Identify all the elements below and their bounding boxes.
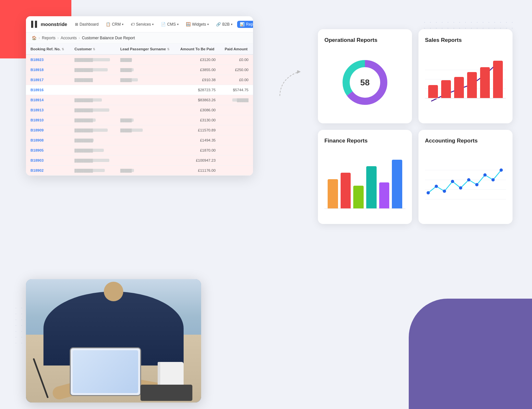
b2b-icon: 🔗 bbox=[216, 22, 221, 27]
finance-chart-container bbox=[324, 148, 405, 218]
nav-item-crm[interactable]: 📋 CRM ▾ bbox=[103, 21, 126, 28]
col-paid[interactable]: Paid Amount bbox=[220, 44, 253, 55]
photo-keyboard bbox=[140, 385, 192, 401]
booking-ref-cell[interactable]: B18909 bbox=[26, 125, 70, 135]
finance-bar-1 bbox=[328, 179, 338, 208]
col-amount[interactable]: Amount To Be Paid bbox=[176, 44, 220, 55]
donut-container: 58 bbox=[339, 56, 391, 108]
nav-item-b2b[interactable]: 🔗 B2B ▾ bbox=[213, 21, 235, 28]
photo-person-head bbox=[104, 282, 123, 301]
nav-item-services[interactable]: 🏷 Services ▾ bbox=[128, 21, 156, 28]
customer-cell: ████████ bbox=[70, 166, 116, 176]
sales-title: Sales Reports bbox=[425, 37, 506, 43]
svg-point-21 bbox=[483, 173, 487, 177]
svg-point-18 bbox=[459, 186, 462, 190]
paid-cell bbox=[220, 145, 253, 155]
customer-cell: ████████ bbox=[70, 145, 116, 155]
paid-cell bbox=[220, 105, 253, 115]
finance-bar-5 bbox=[379, 182, 390, 208]
sales-chart-container bbox=[425, 47, 506, 118]
col-passenger[interactable]: Lead Passenger Surname ⇅ bbox=[116, 44, 176, 55]
booking-ref-cell[interactable]: B18903 bbox=[26, 155, 70, 166]
services-icon: 🏷 bbox=[131, 22, 135, 27]
booking-ref-cell[interactable]: B18910 bbox=[26, 115, 70, 125]
sort-icon: ⇅ bbox=[62, 48, 64, 51]
reports-icon: 📊 bbox=[240, 22, 245, 27]
data-table-wrapper: Booking Ref. No. ⇅ Customer ⇅ Lead Passe… bbox=[26, 44, 253, 176]
accounting-chart-container bbox=[425, 148, 506, 218]
col-booking-ref[interactable]: Booking Ref. No. ⇅ bbox=[26, 44, 70, 55]
passenger-cell bbox=[116, 105, 176, 115]
booking-ref-cell[interactable]: B18905 bbox=[26, 145, 70, 155]
table-row: B18909█████████████£11570.89 bbox=[26, 125, 253, 135]
finance-reports-card: Finance Reports bbox=[318, 130, 412, 224]
svg-point-17 bbox=[451, 180, 454, 183]
finance-chart bbox=[324, 157, 405, 209]
customer-cell: ████████ bbox=[70, 65, 116, 75]
svg-point-23 bbox=[500, 168, 503, 172]
reports-grid: Operational Reports 58 Sales Reports bbox=[318, 29, 513, 224]
paid-cell: █████ bbox=[220, 95, 253, 105]
table-row: B18916$28723.75$5744.75 bbox=[26, 85, 253, 95]
accounting-title: Accounting Reports bbox=[425, 138, 506, 144]
col-customer[interactable]: Customer ⇅ bbox=[70, 44, 116, 55]
table-row: B18902█████████████£11176.00 bbox=[26, 166, 253, 176]
paid-cell: £0.00 bbox=[220, 75, 253, 85]
amount-cell: £100947.23 bbox=[176, 155, 220, 166]
home-icon[interactable]: 🏠 bbox=[32, 36, 37, 40]
svg-point-20 bbox=[475, 183, 478, 186]
booking-ref-cell[interactable]: B18914 bbox=[26, 95, 70, 105]
booking-ref-cell[interactable]: B18916 bbox=[26, 85, 70, 95]
amount-cell: £11570.89 bbox=[176, 125, 220, 135]
passenger-cell: █████ bbox=[116, 65, 176, 75]
nav-item-reports[interactable]: 📊 Reports ▾ bbox=[237, 21, 253, 28]
cms-caret: ▾ bbox=[177, 23, 179, 26]
booking-ref-cell[interactable]: B18917 bbox=[26, 75, 70, 85]
widgets-caret: ▾ bbox=[207, 23, 209, 26]
amount-cell: £3086.00 bbox=[176, 105, 220, 115]
nav-bar: ▌▌ moonstride ⊞ Dashboard 📋 CRM ▾ 🏷 Serv… bbox=[26, 16, 253, 32]
amount-cell: £3855.00 bbox=[176, 65, 220, 75]
passenger-cell bbox=[116, 95, 176, 105]
table-row: B18923█████████████£3120.00£0.00 bbox=[26, 55, 253, 65]
breadcrumb-reports[interactable]: Reports bbox=[42, 36, 55, 40]
amount-cell: £1870.00 bbox=[176, 145, 220, 155]
bg-purple-blob bbox=[409, 299, 532, 409]
amount-cell: £11176.00 bbox=[176, 166, 220, 176]
table-row: B18913████████£3086.00 bbox=[26, 105, 253, 115]
booking-ref-cell[interactable]: B18918 bbox=[26, 65, 70, 75]
customer-cell: ████████ bbox=[70, 125, 116, 135]
paid-cell bbox=[220, 125, 253, 135]
operational-chart: 58 bbox=[324, 47, 405, 118]
sales-bar-5 bbox=[480, 67, 490, 98]
accounting-chart bbox=[425, 157, 506, 209]
nav-item-widgets[interactable]: 🪟 Widgets ▾ bbox=[183, 21, 212, 28]
operational-title: Operational Reports bbox=[324, 37, 405, 43]
table-body: B18923█████████████£3120.00£0.00B18918██… bbox=[26, 55, 253, 176]
customer-cell: ████████ bbox=[70, 75, 116, 85]
logo-area: ▌▌ moonstride bbox=[31, 21, 67, 28]
amount-cell: £910.38 bbox=[176, 75, 220, 85]
sort-icon-passenger: ⇅ bbox=[167, 48, 170, 51]
passenger-cell bbox=[116, 145, 176, 155]
booking-ref-cell[interactable]: B18908 bbox=[26, 135, 70, 145]
customer-cell: ████████ bbox=[70, 105, 116, 115]
nav-item-cms[interactable]: 📄 CMS ▾ bbox=[158, 21, 181, 28]
sales-bars bbox=[425, 53, 506, 99]
booking-ref-cell[interactable]: B18923 bbox=[26, 55, 70, 65]
amount-cell: £3130.00 bbox=[176, 115, 220, 125]
services-caret: ▾ bbox=[152, 23, 154, 26]
customer-cell: ████████ bbox=[70, 155, 116, 166]
booking-ref-cell[interactable]: B18902 bbox=[26, 166, 70, 176]
dashboard-icon: ⊞ bbox=[75, 22, 78, 27]
booking-ref-cell[interactable]: B18913 bbox=[26, 105, 70, 115]
breadcrumb-accounts[interactable]: Accounts bbox=[61, 36, 77, 40]
svg-point-15 bbox=[435, 185, 438, 188]
accounting-svg bbox=[425, 157, 506, 209]
customer-cell bbox=[70, 85, 116, 95]
nav-item-dashboard[interactable]: ⊞ Dashboard bbox=[72, 21, 101, 28]
passenger-cell: █████ bbox=[116, 115, 176, 125]
arrow-decoration bbox=[269, 62, 315, 101]
table-row: B18903████████£100947.23 bbox=[26, 155, 253, 166]
amount-cell: $83863.26 bbox=[176, 95, 220, 105]
